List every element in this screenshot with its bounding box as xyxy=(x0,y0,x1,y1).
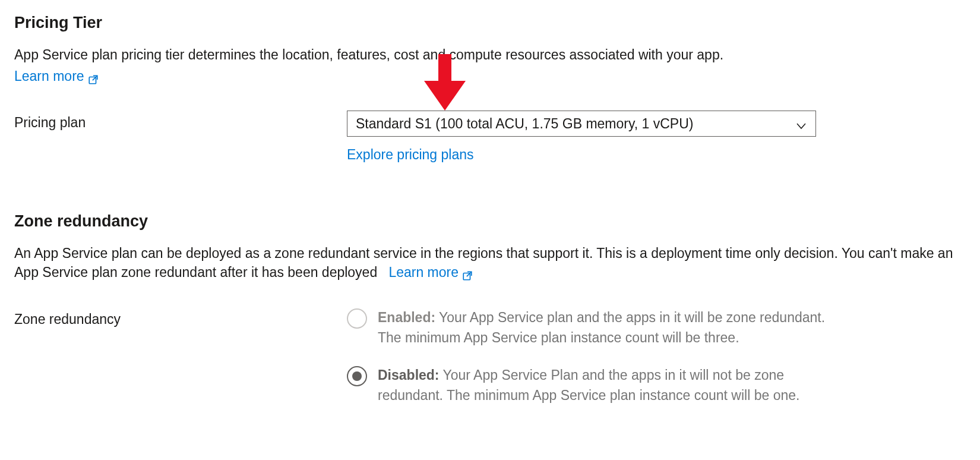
radio-disabled-desc: Your App Service Plan and the apps in it… xyxy=(378,367,799,404)
radio-enabled-desc: Your App Service plan and the apps in it… xyxy=(378,310,825,346)
radio-dot-icon xyxy=(352,371,362,381)
radio-enabled-label: Enabled: xyxy=(378,310,435,325)
learn-more-label: Learn more xyxy=(388,263,459,282)
radio-disabled-label: Disabled: xyxy=(378,367,440,383)
zone-redundancy-learn-more-link[interactable]: Learn more xyxy=(388,263,473,282)
zone-redundancy-desc-text: An App Service plan can be deployed as a… xyxy=(14,245,953,280)
external-link-icon xyxy=(88,71,99,81)
pricing-plan-label: Pricing plan xyxy=(14,111,347,132)
zone-redundancy-description: An App Service plan can be deployed as a… xyxy=(14,244,966,282)
chevron-down-icon xyxy=(795,118,807,130)
radio-disabled[interactable] xyxy=(347,366,367,386)
zone-redundancy-field-label: Zone redundancy xyxy=(14,307,347,423)
pricing-tier-learn-more-link[interactable]: Learn more xyxy=(14,67,99,86)
pricing-tier-description: App Service plan pricing tier determines… xyxy=(14,45,966,64)
external-link-icon xyxy=(462,267,473,278)
explore-pricing-plans-link[interactable]: Explore pricing plans xyxy=(347,145,474,164)
zone-redundancy-section: Zone redundancy An App Service plan can … xyxy=(14,210,966,422)
pricing-plan-row: Pricing plan Standard S1 (100 total ACU,… xyxy=(14,111,966,164)
pricing-tier-heading: Pricing Tier xyxy=(14,12,966,34)
radio-enabled xyxy=(347,308,367,329)
learn-more-label: Learn more xyxy=(14,67,84,86)
zone-redundancy-disabled-option[interactable]: Disabled: Your App Service Plan and the … xyxy=(347,365,966,406)
zone-redundancy-row: Zone redundancy Enabled: Your App Servic… xyxy=(14,307,966,423)
radio-disabled-text: Disabled: Your App Service Plan and the … xyxy=(378,365,829,406)
pricing-plan-value: Standard S1 (100 total ACU, 1.75 GB memo… xyxy=(356,114,693,133)
zone-redundancy-heading: Zone redundancy xyxy=(14,210,966,233)
radio-enabled-text: Enabled: Your App Service plan and the a… xyxy=(378,307,829,348)
zone-redundancy-enabled-option: Enabled: Your App Service plan and the a… xyxy=(347,307,966,348)
pricing-plan-dropdown[interactable]: Standard S1 (100 total ACU, 1.75 GB memo… xyxy=(347,111,816,137)
pricing-tier-section: Pricing Tier App Service plan pricing ti… xyxy=(14,12,966,164)
